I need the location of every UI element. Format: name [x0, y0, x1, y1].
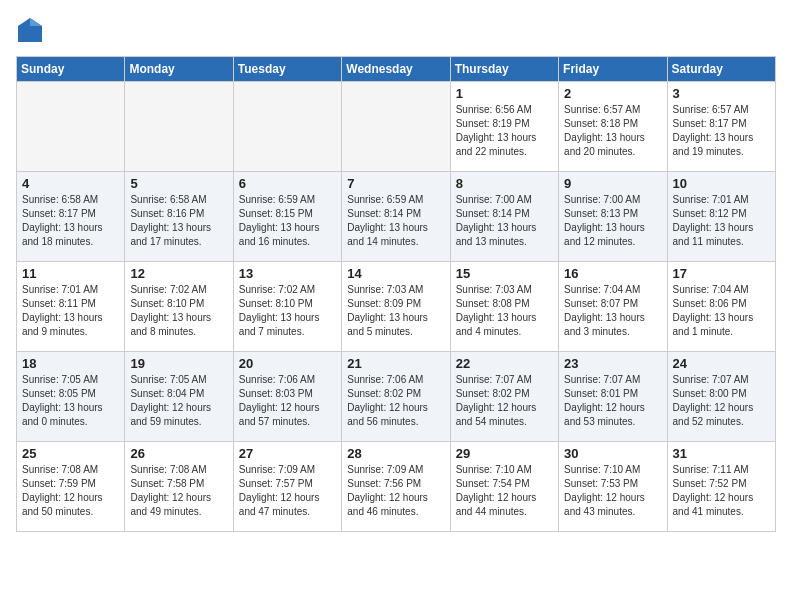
cell-date: 23 [564, 356, 661, 371]
cell-date: 17 [673, 266, 770, 281]
calendar-cell: 24Sunrise: 7:07 AM Sunset: 8:00 PM Dayli… [667, 352, 775, 442]
cell-info: Sunrise: 7:09 AM Sunset: 7:56 PM Dayligh… [347, 463, 444, 519]
cell-date: 21 [347, 356, 444, 371]
calendar-cell: 3Sunrise: 6:57 AM Sunset: 8:17 PM Daylig… [667, 82, 775, 172]
calendar-cell [233, 82, 341, 172]
calendar-cell: 20Sunrise: 7:06 AM Sunset: 8:03 PM Dayli… [233, 352, 341, 442]
cell-date: 20 [239, 356, 336, 371]
calendar-cell: 10Sunrise: 7:01 AM Sunset: 8:12 PM Dayli… [667, 172, 775, 262]
cell-info: Sunrise: 6:57 AM Sunset: 8:18 PM Dayligh… [564, 103, 661, 159]
day-header-tuesday: Tuesday [233, 57, 341, 82]
calendar-cell: 19Sunrise: 7:05 AM Sunset: 8:04 PM Dayli… [125, 352, 233, 442]
cell-info: Sunrise: 6:59 AM Sunset: 8:14 PM Dayligh… [347, 193, 444, 249]
calendar-week-2: 4Sunrise: 6:58 AM Sunset: 8:17 PM Daylig… [17, 172, 776, 262]
cell-date: 19 [130, 356, 227, 371]
calendar-cell: 5Sunrise: 6:58 AM Sunset: 8:16 PM Daylig… [125, 172, 233, 262]
calendar-cell: 29Sunrise: 7:10 AM Sunset: 7:54 PM Dayli… [450, 442, 558, 532]
day-header-friday: Friday [559, 57, 667, 82]
cell-info: Sunrise: 7:07 AM Sunset: 8:01 PM Dayligh… [564, 373, 661, 429]
cell-date: 30 [564, 446, 661, 461]
cell-date: 27 [239, 446, 336, 461]
cell-date: 9 [564, 176, 661, 191]
cell-date: 29 [456, 446, 553, 461]
cell-info: Sunrise: 7:06 AM Sunset: 8:02 PM Dayligh… [347, 373, 444, 429]
calendar-header-row: SundayMondayTuesdayWednesdayThursdayFrid… [17, 57, 776, 82]
cell-info: Sunrise: 7:02 AM Sunset: 8:10 PM Dayligh… [239, 283, 336, 339]
cell-date: 7 [347, 176, 444, 191]
calendar-week-3: 11Sunrise: 7:01 AM Sunset: 8:11 PM Dayli… [17, 262, 776, 352]
calendar-cell: 16Sunrise: 7:04 AM Sunset: 8:07 PM Dayli… [559, 262, 667, 352]
cell-info: Sunrise: 7:09 AM Sunset: 7:57 PM Dayligh… [239, 463, 336, 519]
calendar-cell: 6Sunrise: 6:59 AM Sunset: 8:15 PM Daylig… [233, 172, 341, 262]
cell-info: Sunrise: 7:07 AM Sunset: 8:02 PM Dayligh… [456, 373, 553, 429]
cell-info: Sunrise: 7:00 AM Sunset: 8:14 PM Dayligh… [456, 193, 553, 249]
calendar-cell: 23Sunrise: 7:07 AM Sunset: 8:01 PM Dayli… [559, 352, 667, 442]
calendar-cell: 21Sunrise: 7:06 AM Sunset: 8:02 PM Dayli… [342, 352, 450, 442]
calendar-cell: 25Sunrise: 7:08 AM Sunset: 7:59 PM Dayli… [17, 442, 125, 532]
cell-date: 6 [239, 176, 336, 191]
calendar-cell: 30Sunrise: 7:10 AM Sunset: 7:53 PM Dayli… [559, 442, 667, 532]
calendar-cell [17, 82, 125, 172]
calendar-cell: 9Sunrise: 7:00 AM Sunset: 8:13 PM Daylig… [559, 172, 667, 262]
cell-date: 24 [673, 356, 770, 371]
cell-date: 26 [130, 446, 227, 461]
cell-date: 1 [456, 86, 553, 101]
calendar-cell: 13Sunrise: 7:02 AM Sunset: 8:10 PM Dayli… [233, 262, 341, 352]
cell-info: Sunrise: 7:01 AM Sunset: 8:12 PM Dayligh… [673, 193, 770, 249]
calendar-cell: 15Sunrise: 7:03 AM Sunset: 8:08 PM Dayli… [450, 262, 558, 352]
calendar-week-4: 18Sunrise: 7:05 AM Sunset: 8:05 PM Dayli… [17, 352, 776, 442]
cell-info: Sunrise: 7:05 AM Sunset: 8:05 PM Dayligh… [22, 373, 119, 429]
day-header-saturday: Saturday [667, 57, 775, 82]
calendar-week-5: 25Sunrise: 7:08 AM Sunset: 7:59 PM Dayli… [17, 442, 776, 532]
cell-info: Sunrise: 7:10 AM Sunset: 7:54 PM Dayligh… [456, 463, 553, 519]
cell-info: Sunrise: 6:58 AM Sunset: 8:16 PM Dayligh… [130, 193, 227, 249]
cell-info: Sunrise: 6:57 AM Sunset: 8:17 PM Dayligh… [673, 103, 770, 159]
cell-info: Sunrise: 7:03 AM Sunset: 8:08 PM Dayligh… [456, 283, 553, 339]
day-header-wednesday: Wednesday [342, 57, 450, 82]
cell-info: Sunrise: 7:04 AM Sunset: 8:07 PM Dayligh… [564, 283, 661, 339]
cell-date: 2 [564, 86, 661, 101]
cell-info: Sunrise: 6:56 AM Sunset: 8:19 PM Dayligh… [456, 103, 553, 159]
calendar: SundayMondayTuesdayWednesdayThursdayFrid… [16, 56, 776, 532]
cell-info: Sunrise: 6:59 AM Sunset: 8:15 PM Dayligh… [239, 193, 336, 249]
cell-info: Sunrise: 7:08 AM Sunset: 7:58 PM Dayligh… [130, 463, 227, 519]
cell-date: 12 [130, 266, 227, 281]
calendar-cell [342, 82, 450, 172]
cell-info: Sunrise: 7:07 AM Sunset: 8:00 PM Dayligh… [673, 373, 770, 429]
calendar-cell: 12Sunrise: 7:02 AM Sunset: 8:10 PM Dayli… [125, 262, 233, 352]
day-header-monday: Monday [125, 57, 233, 82]
cell-info: Sunrise: 7:06 AM Sunset: 8:03 PM Dayligh… [239, 373, 336, 429]
cell-date: 14 [347, 266, 444, 281]
cell-date: 5 [130, 176, 227, 191]
cell-info: Sunrise: 7:05 AM Sunset: 8:04 PM Dayligh… [130, 373, 227, 429]
cell-info: Sunrise: 7:11 AM Sunset: 7:52 PM Dayligh… [673, 463, 770, 519]
calendar-cell [125, 82, 233, 172]
cell-date: 25 [22, 446, 119, 461]
cell-info: Sunrise: 7:02 AM Sunset: 8:10 PM Dayligh… [130, 283, 227, 339]
cell-date: 18 [22, 356, 119, 371]
calendar-cell: 8Sunrise: 7:00 AM Sunset: 8:14 PM Daylig… [450, 172, 558, 262]
cell-info: Sunrise: 7:03 AM Sunset: 8:09 PM Dayligh… [347, 283, 444, 339]
calendar-cell: 27Sunrise: 7:09 AM Sunset: 7:57 PM Dayli… [233, 442, 341, 532]
calendar-cell: 18Sunrise: 7:05 AM Sunset: 8:05 PM Dayli… [17, 352, 125, 442]
logo [16, 16, 48, 44]
cell-date: 3 [673, 86, 770, 101]
cell-date: 8 [456, 176, 553, 191]
cell-info: Sunrise: 7:01 AM Sunset: 8:11 PM Dayligh… [22, 283, 119, 339]
cell-info: Sunrise: 7:00 AM Sunset: 8:13 PM Dayligh… [564, 193, 661, 249]
day-header-sunday: Sunday [17, 57, 125, 82]
calendar-cell: 22Sunrise: 7:07 AM Sunset: 8:02 PM Dayli… [450, 352, 558, 442]
calendar-cell: 26Sunrise: 7:08 AM Sunset: 7:58 PM Dayli… [125, 442, 233, 532]
cell-info: Sunrise: 7:10 AM Sunset: 7:53 PM Dayligh… [564, 463, 661, 519]
cell-info: Sunrise: 7:04 AM Sunset: 8:06 PM Dayligh… [673, 283, 770, 339]
calendar-cell: 11Sunrise: 7:01 AM Sunset: 8:11 PM Dayli… [17, 262, 125, 352]
cell-date: 31 [673, 446, 770, 461]
calendar-week-1: 1Sunrise: 6:56 AM Sunset: 8:19 PM Daylig… [17, 82, 776, 172]
cell-date: 15 [456, 266, 553, 281]
logo-icon [16, 16, 44, 44]
calendar-cell: 31Sunrise: 7:11 AM Sunset: 7:52 PM Dayli… [667, 442, 775, 532]
calendar-cell: 4Sunrise: 6:58 AM Sunset: 8:17 PM Daylig… [17, 172, 125, 262]
calendar-cell: 1Sunrise: 6:56 AM Sunset: 8:19 PM Daylig… [450, 82, 558, 172]
cell-date: 11 [22, 266, 119, 281]
calendar-cell: 28Sunrise: 7:09 AM Sunset: 7:56 PM Dayli… [342, 442, 450, 532]
